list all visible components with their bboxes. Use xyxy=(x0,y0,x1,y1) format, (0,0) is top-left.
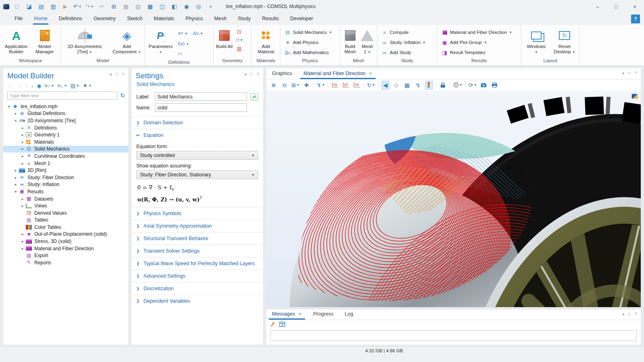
zoom-extents-icon[interactable]: ✚ xyxy=(303,81,311,90)
pin-panel-icon[interactable]: ⊤ xyxy=(256,72,260,77)
section-wave-speed[interactable]: ❯Typical Wave Speed for Perfectly Matche… xyxy=(132,257,263,270)
view-yz-icon[interactable]: yz xyxy=(342,81,350,90)
menu-study[interactable]: Study xyxy=(232,13,256,25)
forward-icon[interactable]: → xyxy=(17,83,22,89)
show-equation-select[interactable]: Study: Fiber Direction, Stationary▼ xyxy=(136,170,258,179)
scene-light-icon[interactable]: ◀ xyxy=(381,81,389,90)
tree-node-2d-axisymmetric-tire[interactable]: ▾2D Axisymmetric [Tire] xyxy=(3,117,128,124)
default-view-icon[interactable]: ↯▼ xyxy=(317,81,325,90)
add-material-button[interactable]: Add Material xyxy=(254,27,278,54)
graphics-canvas[interactable] xyxy=(266,91,641,307)
close-tab-icon[interactable]: ✕ xyxy=(369,71,372,76)
rename-icon[interactable]: ⇄ xyxy=(250,93,258,100)
model-tree-nodes-icon[interactable]: ▤▼ xyxy=(70,83,79,89)
panel-menu-icon[interactable]: ▾ xyxy=(110,72,112,77)
deselect-icon[interactable]: ◧ xyxy=(169,2,180,11)
tree-node-reports[interactable]: ✎Reports xyxy=(3,259,128,266)
menu-physics[interactable]: Physics xyxy=(180,13,209,25)
show-axes-icon[interactable]: ↯ xyxy=(414,81,422,90)
transparency-icon[interactable]: ◇ xyxy=(392,81,400,90)
update-icon[interactable]: ⟳▼ xyxy=(468,81,477,90)
axisymmetric-component-button[interactable]: 2D Axisymmetric [Tire] ▼ xyxy=(64,27,106,55)
section-discretization[interactable]: ❯Discretization xyxy=(132,282,263,295)
tree-node-global-definitions[interactable]: ▸⊕Global Definitions xyxy=(3,110,128,117)
pin-panel-icon[interactable]: ⊤ xyxy=(121,72,125,77)
tree-node-curvilinear-coordinates[interactable]: ▸✳Curvilinear Coordinates xyxy=(3,153,128,160)
tab-progress[interactable]: Progress xyxy=(307,308,339,320)
application-builder-button[interactable]: A Application Builder xyxy=(2,27,30,54)
run-icon[interactable]: ▶ xyxy=(60,2,71,11)
insert-sequence-icon[interactable]: ⊡ xyxy=(236,28,243,35)
copy-icon[interactable]: ⊞ xyxy=(109,2,119,11)
grid-icon[interactable]: ▦ xyxy=(403,81,411,90)
compute-button[interactable]: = Compute xyxy=(381,27,409,37)
name-input[interactable] xyxy=(155,103,247,112)
tree-node-color-tables[interactable]: Color Tables xyxy=(3,224,128,231)
menu-results[interactable]: Results xyxy=(256,13,284,25)
customize-toolbar-icon[interactable]: ▾ xyxy=(205,2,216,11)
search-icon[interactable]: ◎ xyxy=(193,2,204,11)
tree-node-study-fiber-direction[interactable]: ▸∞Study: Fiber Direction xyxy=(3,174,128,181)
zoom-out-icon[interactable]: ⊖ xyxy=(280,81,289,90)
menu-materials[interactable]: Materials xyxy=(148,13,180,25)
result-templates-button[interactable]: ◨ Result Templates xyxy=(441,48,485,57)
menu-file[interactable]: File xyxy=(9,13,28,25)
maximize-button[interactable]: □ xyxy=(607,0,625,13)
menu-home[interactable]: Home xyxy=(28,13,53,25)
tree-node-derived-values[interactable]: 8.85e-12Derived Values xyxy=(3,209,128,217)
tree-node-stress-3d-solid[interactable]: ▸Stress, 3D (solid) xyxy=(3,238,128,245)
redo-icon[interactable]: ↷▼ xyxy=(84,2,95,11)
panel-menu-icon[interactable]: ▾ xyxy=(622,312,624,316)
tab-messages[interactable]: Messages✕ xyxy=(266,308,307,320)
save-icon[interactable]: ▤ xyxy=(36,2,46,11)
close-button[interactable]: × xyxy=(625,0,644,13)
tab-material-and-fiber-direction[interactable]: Material and Fiber Direction✕ xyxy=(298,68,378,79)
tree-node-materials[interactable]: ▸Materials xyxy=(3,138,128,146)
paste-special-icon[interactable]: ▧ xyxy=(133,2,143,11)
clear-messages-icon[interactable] xyxy=(270,321,276,329)
plot-group-select-button[interactable]: Material and Fiber Direction▼ xyxy=(441,27,512,37)
tree-node-results[interactable]: ▾▣Results xyxy=(3,188,128,195)
section-equation[interactable]: ❯Equation xyxy=(132,129,263,141)
zoom-box-icon[interactable]: ⊞▼ xyxy=(291,81,300,90)
section-domain-selection[interactable]: ❯Domain Selection xyxy=(132,116,263,129)
reset-desktop-button[interactable]: ↻ Reset Desktop ▼ xyxy=(553,27,576,55)
label-input[interactable] xyxy=(155,92,247,101)
section-advanced-settings[interactable]: ❯Advanced Settings xyxy=(132,270,263,282)
tree-node-solid-mechanics[interactable]: ▸⊟Solid Mechanics xyxy=(3,146,128,153)
snapshot-icon[interactable] xyxy=(480,81,488,90)
functions-button[interactable]: f(x) ▼ xyxy=(178,41,189,46)
open-icon[interactable]: ◪ xyxy=(24,2,34,11)
tree-node-definitions[interactable]: ▸≡Definitions xyxy=(3,124,128,132)
model-manager-button[interactable]: Model Manager xyxy=(31,27,59,54)
tree-node-geometry-1[interactable]: ▸AGeometry 1 xyxy=(3,131,128,138)
move-down-icon[interactable]: ↓ xyxy=(31,83,34,89)
select-icon[interactable]: ◫ xyxy=(157,2,167,11)
view-xz-icon[interactable]: xz xyxy=(353,81,361,90)
tree-node-datasets[interactable]: ▸▦Datasets xyxy=(3,195,128,203)
tab-log[interactable]: Log xyxy=(339,308,359,320)
back-icon[interactable]: ← xyxy=(8,83,13,89)
open-table-icon[interactable] xyxy=(279,322,285,328)
variables-button[interactable]: a= ▼ xyxy=(178,31,188,36)
equation-form-select[interactable]: Study controlled▼ xyxy=(136,151,258,160)
collapse-all-icon[interactable]: ≡↑▼ xyxy=(44,83,54,89)
section-transient-solver[interactable]: ❯Transient Solver Settings xyxy=(132,245,263,257)
menu-geometry[interactable]: Geometry xyxy=(88,13,121,25)
tree-node-tire-inflation-mph[interactable]: ▾◆tire_inflation.mph xyxy=(3,103,128,110)
refresh-icon[interactable]: ↻ xyxy=(120,92,125,99)
build-all-button[interactable]: Build All xyxy=(216,27,233,49)
section-axial-symmetry[interactable]: ❯Axial Symmetry Approximation xyxy=(132,220,263,232)
help-button[interactable]: ? xyxy=(631,15,640,23)
add-component-button[interactable]: ◈ Add Component ▼ xyxy=(112,27,142,55)
color-theme-icon[interactable]: ▼ xyxy=(453,81,462,90)
tree-node-views[interactable]: ▸Views xyxy=(3,202,128,209)
tree-node-out-of-plane-displacement-solid[interactable]: ▸■Out-of-Plane Displacement (solid) xyxy=(3,231,128,238)
tree-node-mesh-1[interactable]: ▸▲Mesh 1 xyxy=(3,160,128,167)
tree-filter-input[interactable] xyxy=(7,92,117,100)
paste-icon[interactable]: ▦ xyxy=(121,2,131,11)
menu-sketch[interactable]: Sketch xyxy=(121,13,148,25)
tree-node-material-and-fiber-direction[interactable]: ▸Material and Fiber Direction xyxy=(3,245,128,252)
print-icon[interactable] xyxy=(491,81,499,90)
build-mesh-button[interactable]: Build Mesh xyxy=(343,27,358,54)
